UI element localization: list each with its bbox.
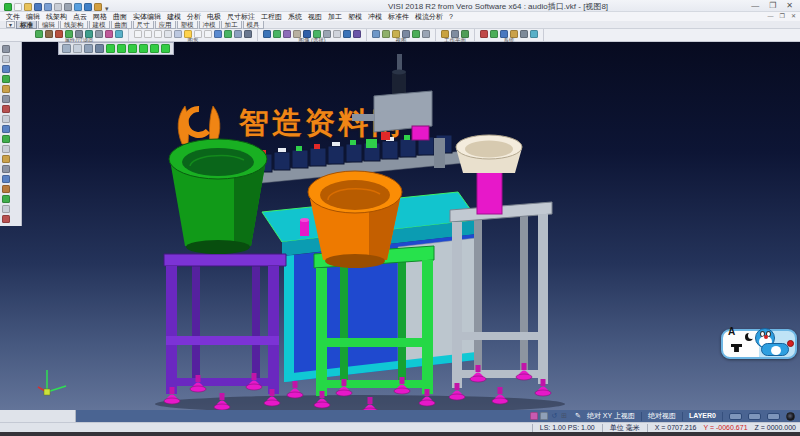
sel-none-icon[interactable] xyxy=(343,30,351,38)
shade-mode-icon[interactable] xyxy=(62,44,71,53)
graphics-viewport[interactable]: 智造资料网 xyxy=(0,42,800,410)
right-view-icon[interactable] xyxy=(139,44,148,53)
tab-塑模[interactable]: 塑模 xyxy=(177,20,198,29)
child-minimize-button[interactable]: — xyxy=(768,12,774,21)
gfx-wireframe-icon[interactable] xyxy=(134,30,142,38)
view-zoom-window-icon[interactable] xyxy=(382,30,390,38)
left-feeder-stand[interactable] xyxy=(164,254,286,394)
undo-icon[interactable] xyxy=(74,3,82,11)
background-toggle-icon[interactable] xyxy=(786,412,795,421)
refresh-icon[interactable]: ↺ xyxy=(550,412,558,420)
pan-icon[interactable] xyxy=(2,85,10,93)
iso-view-icon[interactable] xyxy=(106,44,115,53)
tab-曲面[interactable]: 曲面 xyxy=(111,20,132,29)
menu-网格[interactable]: 网格 xyxy=(90,12,110,21)
menu-加工[interactable]: 加工 xyxy=(325,12,345,21)
front-view-icon[interactable] xyxy=(117,44,126,53)
app-logo-icon[interactable] xyxy=(4,3,12,11)
menu-塑模[interactable]: 塑模 xyxy=(345,12,365,21)
options-icon[interactable] xyxy=(94,3,102,11)
print-icon[interactable] xyxy=(64,3,72,11)
gfx-hidden-line-icon[interactable] xyxy=(144,30,152,38)
gfx-shaded-icon[interactable] xyxy=(154,30,162,38)
open-file-icon[interactable] xyxy=(24,3,32,11)
color-swatch-1[interactable] xyxy=(729,413,742,420)
layer-indicator[interactable]: LAYER0 xyxy=(689,410,716,422)
save-icon[interactable] xyxy=(34,3,42,11)
menu-曲面[interactable]: 曲面 xyxy=(110,12,130,21)
tab-应用[interactable]: 应用 xyxy=(155,20,176,29)
tab-模具[interactable]: 模具 xyxy=(243,20,264,29)
half-shade-mode-icon[interactable] xyxy=(84,44,93,53)
filter-point-icon[interactable] xyxy=(95,30,103,38)
tab-加工[interactable]: 加工 xyxy=(221,20,242,29)
gfx-light-icon[interactable] xyxy=(234,30,242,38)
layers-icon[interactable] xyxy=(2,195,10,203)
cream-bowl-feeder[interactable] xyxy=(456,135,522,214)
ime-toolbar[interactable]: A xyxy=(721,324,797,366)
green-bowl-feeder[interactable] xyxy=(169,139,267,254)
child-restore-button[interactable]: ❐ xyxy=(780,12,785,21)
tab-线架构[interactable]: 线架构 xyxy=(60,20,88,29)
ime-red-dot[interactable] xyxy=(787,340,794,347)
gfx-material-icon[interactable] xyxy=(214,30,222,38)
tab-编辑[interactable]: 编辑 xyxy=(38,20,59,29)
menu-文件[interactable]: 文件 xyxy=(3,12,23,21)
maximize-button[interactable]: ❐ xyxy=(769,1,776,11)
sel-box-icon[interactable] xyxy=(283,30,291,38)
wireframe-mode-icon[interactable] xyxy=(73,44,82,53)
child-close-button[interactable]: ✕ xyxy=(791,12,796,21)
left-view-icon[interactable] xyxy=(150,44,159,53)
menu-系统[interactable]: 系统 xyxy=(285,12,305,21)
tab-尺寸[interactable]: 尺寸 xyxy=(133,20,154,29)
workplane-indicator[interactable]: 绝对 XY 上视图 xyxy=(587,410,635,422)
menu-标准件[interactable]: 标准件 xyxy=(385,12,412,21)
tab-建模[interactable]: 建模 xyxy=(89,20,110,29)
gfx-background-icon[interactable] xyxy=(244,30,252,38)
view-redraw-icon[interactable] xyxy=(422,30,430,38)
orange-bowl-feeder[interactable] xyxy=(308,171,402,268)
sys-layers-icon[interactable] xyxy=(490,30,498,38)
gfx-shaded-edges-icon[interactable] xyxy=(164,30,172,38)
menu-建模[interactable]: 建模 xyxy=(164,12,184,21)
line-icon[interactable] xyxy=(2,125,10,133)
sys-database-icon[interactable] xyxy=(520,30,528,38)
fillet-icon[interactable] xyxy=(2,165,10,173)
menu-电极[interactable]: 电极 xyxy=(204,12,224,21)
circle-icon[interactable] xyxy=(2,145,10,153)
box-select-icon[interactable] xyxy=(2,55,10,63)
gfx-texture-icon[interactable] xyxy=(224,30,232,38)
tab-dropdown-icon[interactable]: ▾ xyxy=(6,21,15,28)
grid-snap-icon[interactable]: ⊞ xyxy=(560,412,568,420)
close-button[interactable]: ✕ xyxy=(786,1,793,11)
menu-编辑[interactable]: 编辑 xyxy=(23,12,43,21)
point-icon[interactable] xyxy=(2,115,10,123)
back-view-icon[interactable] xyxy=(161,44,170,53)
menu-线架构[interactable]: 线架构 xyxy=(43,12,70,21)
tab-标准[interactable]: 标准 xyxy=(16,20,37,29)
top-view-icon[interactable] xyxy=(128,44,137,53)
ime-language-indicator[interactable]: A xyxy=(728,327,735,337)
section-view-icon[interactable] xyxy=(95,44,104,53)
rotate-view-icon[interactable] xyxy=(2,95,10,103)
select-icon[interactable] xyxy=(2,45,10,53)
minimize-button[interactable]: — xyxy=(751,1,759,11)
gfx-perspective-icon[interactable] xyxy=(204,30,212,38)
hide-icon[interactable] xyxy=(2,205,10,213)
sel-single-icon[interactable] xyxy=(263,30,271,38)
gfx-ghost-icon[interactable] xyxy=(174,30,182,38)
sel-all-icon[interactable] xyxy=(333,30,341,38)
measure-icon[interactable] xyxy=(2,105,10,113)
moon-icon[interactable] xyxy=(745,333,753,341)
attr-layer-icon[interactable] xyxy=(45,30,53,38)
menu-尺寸标注[interactable]: 尺寸标注 xyxy=(224,12,258,21)
menu-实体编辑[interactable]: 实体编辑 xyxy=(130,12,164,21)
filter-all-icon[interactable] xyxy=(115,30,123,38)
menu-点云[interactable]: 点云 xyxy=(70,12,90,21)
menu-视图[interactable]: 视图 xyxy=(305,12,325,21)
menu-冲模[interactable]: 冲模 xyxy=(365,12,385,21)
offset-icon[interactable] xyxy=(2,175,10,183)
import-icon[interactable] xyxy=(54,3,62,11)
zoom-fit-icon[interactable] xyxy=(2,75,10,83)
tab-冲模[interactable]: 冲模 xyxy=(199,20,220,29)
